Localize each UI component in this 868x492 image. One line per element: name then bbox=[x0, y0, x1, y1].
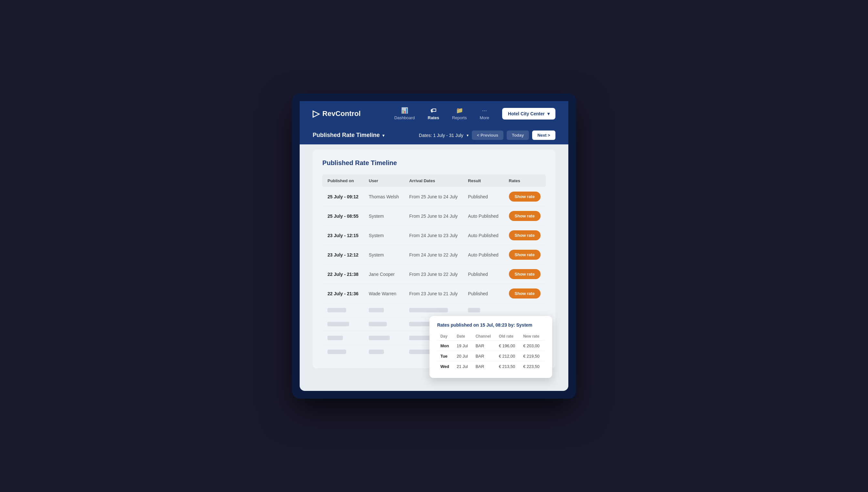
reports-icon: 📁 bbox=[456, 107, 463, 114]
popup-cell-date: 21 Jul bbox=[453, 362, 472, 372]
dates-chevron: ▾ bbox=[467, 133, 468, 138]
cell-published-on: 23 July - 12:12 bbox=[322, 245, 364, 265]
cell-user: Wade Warren bbox=[364, 284, 404, 303]
nav-rates[interactable]: 🏷 Rates bbox=[428, 107, 439, 120]
cell-rates: Show rate bbox=[504, 265, 546, 284]
col-user: User bbox=[364, 174, 404, 187]
show-rate-button[interactable]: Show rate bbox=[509, 192, 541, 202]
cell-arrival: From 25 June to 24 July bbox=[404, 187, 463, 206]
popup-cell-channel: BAR bbox=[473, 351, 496, 362]
nav-dashboard[interactable]: 📊 Dashboard bbox=[394, 107, 415, 120]
nav-reports-label: Reports bbox=[452, 115, 467, 120]
col-result: Result bbox=[463, 174, 504, 187]
hotel-selector-label: Hotel City Center bbox=[508, 111, 545, 116]
popup-table-row: Mon 19 Jul BAR € 196,00 € 203,00 bbox=[437, 341, 544, 351]
popup-cell-new-rate: € 203,00 bbox=[520, 341, 544, 351]
rates-icon: 🏷 bbox=[430, 107, 436, 114]
logo-text: RevControl bbox=[322, 109, 361, 118]
cell-arrival: From 24 June to 23 July bbox=[404, 226, 463, 245]
cell-rates: Show rate bbox=[504, 226, 546, 245]
cell-user: Thomas Welsh bbox=[364, 187, 404, 206]
cell-user: System bbox=[364, 226, 404, 245]
next-button[interactable]: Next > bbox=[532, 130, 555, 140]
cell-result: Published bbox=[463, 187, 504, 206]
cell-arrival: From 25 June to 24 July bbox=[404, 206, 463, 226]
show-rate-button[interactable]: Show rate bbox=[509, 289, 541, 298]
popup-col-day: Day bbox=[437, 332, 453, 341]
table-row: 25 July - 09:12 Thomas Welsh From 25 Jun… bbox=[322, 187, 545, 206]
cell-result: Published bbox=[463, 265, 504, 284]
nav-more[interactable]: ··· More bbox=[480, 107, 489, 120]
page-title: Published Rate Timeline bbox=[313, 132, 380, 139]
popup-table-row: Tue 20 Jul BAR € 212,00 € 219,50 bbox=[437, 351, 544, 362]
cell-result: Auto Published bbox=[463, 206, 504, 226]
popup-col-old-rate: Old rate bbox=[496, 332, 520, 341]
nav-rates-label: Rates bbox=[428, 115, 439, 120]
popup-title: Rates published on 15 Jul, 08:23 by: Sys… bbox=[437, 322, 544, 327]
popup-cell-day: Mon bbox=[437, 341, 453, 351]
table-row: 22 July - 21:38 Jane Cooper From 23 June… bbox=[322, 265, 545, 284]
table-header-row: Published on User Arrival Dates Result R… bbox=[322, 174, 545, 187]
cell-rates: Show rate bbox=[504, 206, 546, 226]
show-rate-button[interactable]: Show rate bbox=[509, 269, 541, 279]
table-row: 25 July - 08:55 System From 25 June to 2… bbox=[322, 206, 545, 226]
popup-cell-old-rate: € 196,00 bbox=[496, 341, 520, 351]
cell-user: System bbox=[364, 245, 404, 265]
popup-cell-new-rate: € 223,50 bbox=[520, 362, 544, 372]
cell-user: Jane Cooper bbox=[364, 265, 404, 284]
table-row: 23 July - 12:12 System From 24 June to 2… bbox=[322, 245, 545, 265]
popup-cell-channel: BAR bbox=[473, 341, 496, 351]
previous-button[interactable]: < Previous bbox=[472, 130, 504, 140]
table-row: 22 July - 21:36 Wade Warren From 23 June… bbox=[322, 284, 545, 303]
cell-result: Published bbox=[463, 284, 504, 303]
hotel-selector-chevron: ▾ bbox=[547, 111, 550, 116]
cell-published-on: 23 July - 12:15 bbox=[322, 226, 364, 245]
cell-user: System bbox=[364, 206, 404, 226]
dashboard-icon: 📊 bbox=[401, 107, 408, 114]
sub-header: Published Rate Timeline ▾ Dates: 1 July … bbox=[300, 126, 568, 144]
app-container: ▷ RevControl 📊 Dashboard 🏷 Rates 📁 Repor… bbox=[300, 101, 568, 391]
show-rate-button[interactable]: Show rate bbox=[509, 211, 541, 221]
popup-table: Day Date Channel Old rate New rate Mon 1… bbox=[437, 332, 544, 371]
show-rate-button[interactable]: Show rate bbox=[509, 230, 541, 240]
popup-cell-day: Tue bbox=[437, 351, 453, 362]
popup-col-date: Date bbox=[453, 332, 472, 341]
section-title: Published Rate Timeline bbox=[322, 159, 545, 167]
nav-reports[interactable]: 📁 Reports bbox=[452, 107, 467, 120]
popup-cell-date: 20 Jul bbox=[453, 351, 472, 362]
today-button[interactable]: Today bbox=[507, 130, 529, 140]
cell-rates: Show rate bbox=[504, 284, 546, 303]
cell-rates: Show rate bbox=[504, 187, 546, 206]
col-arrival-dates: Arrival Dates bbox=[404, 174, 463, 187]
logo-icon: ▷ bbox=[313, 108, 319, 119]
cell-published-on: 25 July - 08:55 bbox=[322, 206, 364, 226]
nav-more-label: More bbox=[480, 115, 489, 120]
cell-arrival: From 23 June to 22 July bbox=[404, 265, 463, 284]
cell-published-on: 22 July - 21:36 bbox=[322, 284, 364, 303]
skeleton-row bbox=[322, 303, 545, 317]
col-rates: Rates bbox=[504, 174, 546, 187]
show-rate-button[interactable]: Show rate bbox=[509, 250, 541, 260]
rate-popup: Rates published on 15 Jul, 08:23 by: Sys… bbox=[430, 316, 552, 378]
nav-dashboard-label: Dashboard bbox=[394, 115, 415, 120]
hotel-selector-button[interactable]: Hotel City Center ▾ bbox=[502, 108, 555, 120]
popup-cell-old-rate: € 213,50 bbox=[496, 362, 520, 372]
more-icon: ··· bbox=[482, 107, 487, 114]
popup-col-new-rate: New rate bbox=[520, 332, 544, 341]
popup-col-channel: Channel bbox=[473, 332, 496, 341]
main-content: Published Rate Timeline Published on Use… bbox=[313, 150, 555, 368]
popup-cell-day: Wed bbox=[437, 362, 453, 372]
popup-header-row: Day Date Channel Old rate New rate bbox=[437, 332, 544, 341]
date-nav: Dates: 1 July - 31 July ▾ < Previous Tod… bbox=[419, 130, 555, 140]
dates-label: Dates: 1 July - 31 July bbox=[419, 133, 463, 138]
page-title-area: Published Rate Timeline ▾ bbox=[313, 132, 385, 139]
cell-rates: Show rate bbox=[504, 245, 546, 265]
col-published-on: Published on bbox=[322, 174, 364, 187]
cell-result: Auto Published bbox=[463, 245, 504, 265]
table-row: 23 July - 12:15 System From 24 June to 2… bbox=[322, 226, 545, 245]
page-title-chevron: ▾ bbox=[382, 133, 385, 138]
popup-cell-channel: BAR bbox=[473, 362, 496, 372]
popup-cell-new-rate: € 219,50 bbox=[520, 351, 544, 362]
navbar: ▷ RevControl 📊 Dashboard 🏷 Rates 📁 Repor… bbox=[300, 101, 568, 126]
cell-arrival: From 23 June to 21 July bbox=[404, 284, 463, 303]
